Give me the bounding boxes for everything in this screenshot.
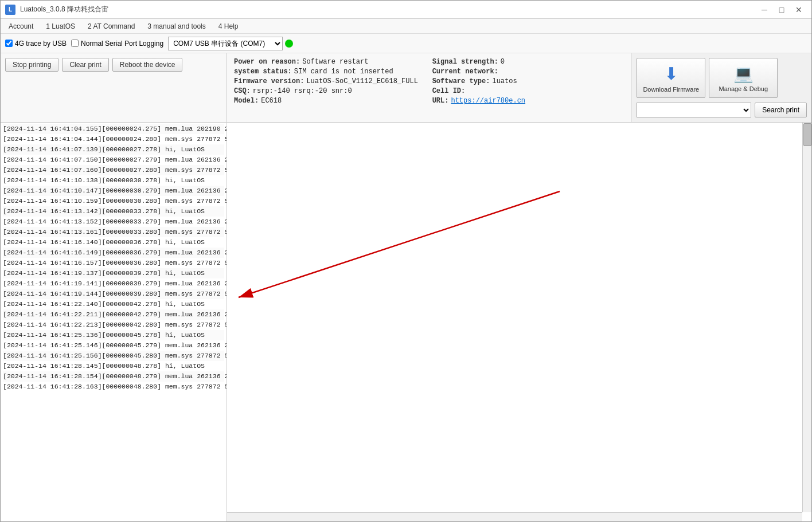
url-link[interactable]: https://air780e.cn <box>451 97 525 105</box>
left-log-panel[interactable]: [2024-11-14 16:41:04.155][000000024.275]… <box>1 123 227 521</box>
log-line: [2024-11-14 16:41:28.145][000000048.278]… <box>3 361 224 371</box>
serial-checkbox[interactable] <box>71 40 79 47</box>
content-area: Stop printing Clear print Reboot the dev… <box>1 53 811 521</box>
window-title: Luatools_3.0.8 降功耗找合宙 <box>20 5 108 14</box>
firmware-version-label: Firmware version: <box>234 77 304 85</box>
download-firmware-label: Download Firmware <box>643 86 699 93</box>
software-type-value: luatos <box>492 77 517 85</box>
action-buttons-row: Stop printing Clear print Reboot the dev… <box>5 58 222 72</box>
model-value: EC618 <box>261 97 282 105</box>
system-status-row: system status: SIM card is not inserted <box>234 68 427 76</box>
log-line: [2024-11-14 16:41:10.138][000000030.278]… <box>3 175 224 186</box>
model-row: Model: EC618 <box>234 97 427 105</box>
cell-id-row: Cell ID: <box>432 87 625 95</box>
log-line: [2024-11-14 16:41:16.140][000000036.278]… <box>3 237 224 248</box>
manage-debug-button[interactable]: 💻 Manage & Debug <box>709 58 778 98</box>
title-bar-left: L Luatools_3.0.8 降功耗找合宙 <box>5 5 108 15</box>
side-action-buttons: ⬇ Download Firmware 💻 Manage & Debug <box>631 53 811 122</box>
log-line: [2024-11-14 16:41:19.141][000000039.279]… <box>3 278 224 289</box>
log-line: [2024-11-14 16:41:16.157][000000036.280]… <box>3 258 224 268</box>
search-row: Search print <box>637 103 807 117</box>
log-line: [2024-11-14 16:41:04.155][000000024.275]… <box>3 124 224 134</box>
log-line: [2024-11-14 16:41:25.146][000000045.279]… <box>3 340 224 351</box>
maximize-button[interactable]: □ <box>774 3 790 16</box>
power-on-reason-row: Power on reason: Software restart <box>234 58 427 66</box>
com-port-select[interactable]: COM7 USB 串行设备 (COM7) <box>168 37 283 50</box>
log-line: [2024-11-14 16:41:25.136][000000045.278]… <box>3 330 224 340</box>
info-grid: Power on reason: Software restart Signal… <box>234 58 624 105</box>
log-line: [2024-11-14 16:41:10.159][000000030.280]… <box>3 196 224 206</box>
firmware-version-row: Firmware version: LuatOS-SoC_V1112_EC618… <box>234 77 427 85</box>
search-select[interactable] <box>637 103 751 117</box>
trace-checkbox-label[interactable]: 4G trace by USB <box>5 40 67 48</box>
software-type-row: Software type: luatos <box>432 77 625 85</box>
download-firmware-icon: ⬇ <box>664 64 678 84</box>
minimize-button[interactable]: ─ <box>756 3 772 16</box>
menu-account[interactable]: Account <box>3 21 39 32</box>
current-network-row: Current network: <box>432 68 625 76</box>
right-info-panel: Power on reason: Software restart Signal… <box>227 53 811 122</box>
search-print-button[interactable]: Search print <box>755 103 807 117</box>
stop-printing-button[interactable]: Stop printing <box>5 58 58 72</box>
close-button[interactable]: ✕ <box>791 3 807 16</box>
manage-debug-icon: 💻 <box>733 64 754 83</box>
main-window: L Luatools_3.0.8 降功耗找合宙 ─ □ ✕ Account 1 … <box>0 0 812 522</box>
connection-status-dot <box>285 40 293 48</box>
current-network-label: Current network: <box>432 68 498 76</box>
software-type-label: Software type: <box>432 77 490 85</box>
toolbar: 4G trace by USB Normal Serial Port Loggi… <box>1 34 811 53</box>
signal-strength-label: Signal strength: <box>432 58 498 66</box>
trace-checkbox[interactable] <box>5 40 13 47</box>
power-on-reason-label: Power on reason: <box>234 58 300 66</box>
system-status-label: system status: <box>234 68 292 76</box>
log-line: [2024-11-14 16:41:10.147][000000030.279]… <box>3 186 224 196</box>
url-row: URL: https://air780e.cn <box>432 97 625 105</box>
url-label: URL: <box>432 97 449 105</box>
serial-checkbox-label[interactable]: Normal Serial Port Logging <box>71 40 163 48</box>
reboot-device-button[interactable]: Reboot the device <box>112 58 183 72</box>
arrow-overlay <box>227 123 811 521</box>
log-line: [2024-11-14 16:41:22.211][000000042.279]… <box>3 309 224 320</box>
scrollbar-thumb[interactable] <box>803 123 811 146</box>
log-line: [2024-11-14 16:41:19.144][000000039.280]… <box>3 289 224 299</box>
right-scrollbar[interactable] <box>802 123 811 512</box>
log-line: [2024-11-14 16:41:22.140][000000042.278]… <box>3 299 224 309</box>
log-line: [2024-11-14 16:41:16.149][000000036.279]… <box>3 248 224 258</box>
signal-strength-value: 0 <box>501 58 505 66</box>
title-bar-controls: ─ □ ✕ <box>756 3 807 16</box>
left-button-panel: Stop printing Clear print Reboot the dev… <box>1 53 227 122</box>
log-line: [2024-11-14 16:41:04.144][000000024.280]… <box>3 134 224 144</box>
com-select-wrapper: COM7 USB 串行设备 (COM7) <box>168 37 293 50</box>
action-btn-group: ⬇ Download Firmware 💻 Manage & Debug <box>637 58 807 117</box>
bottom-scrollbar[interactable] <box>227 512 802 521</box>
log-line: [2024-11-14 16:41:13.142][000000033.278]… <box>3 206 224 217</box>
log-line: [2024-11-14 16:41:28.163][000000048.280]… <box>3 382 224 392</box>
top-section: Stop printing Clear print Reboot the dev… <box>1 53 811 123</box>
log-line: [2024-11-14 16:41:19.137][000000039.278]… <box>3 268 224 278</box>
menu-manual-tools[interactable]: 3 manual and tools <box>142 21 211 32</box>
manage-debug-label: Manage & Debug <box>719 85 768 92</box>
clear-print-button[interactable]: Clear print <box>62 58 108 72</box>
menu-luatos[interactable]: 1 LuatOS <box>40 21 81 32</box>
csq-value: rsrp:-140 rsrq:-20 snr:0 <box>253 87 352 95</box>
menu-help[interactable]: 4 Help <box>213 21 244 32</box>
title-bar: L Luatools_3.0.8 降功耗找合宙 ─ □ ✕ <box>1 1 811 19</box>
power-on-reason-value: Software restart <box>302 58 368 66</box>
device-info-section: Power on reason: Software restart Signal… <box>227 53 631 122</box>
csq-label: CSQ: <box>234 87 251 95</box>
signal-strength-row: Signal strength: 0 <box>432 58 625 66</box>
cell-id-label: Cell ID: <box>432 87 466 95</box>
log-line: [2024-11-14 16:41:07.139][000000027.278]… <box>3 144 224 155</box>
log-line: [2024-11-14 16:41:28.154][000000048.279]… <box>3 371 224 382</box>
system-status-value: SIM card is not inserted <box>294 68 393 76</box>
log-section: [2024-11-14 16:41:04.155][000000024.275]… <box>1 123 811 521</box>
log-line: [2024-11-14 16:41:13.152][000000033.279]… <box>3 217 224 227</box>
firmware-version-value: LuatOS-SoC_V1112_EC618_FULL <box>306 77 417 85</box>
log-line: [2024-11-14 16:41:25.156][000000045.280]… <box>3 351 224 361</box>
menu-at-command[interactable]: 2 AT Command <box>82 21 140 32</box>
firmware-debug-row: ⬇ Download Firmware 💻 Manage & Debug <box>637 58 807 98</box>
right-log-panel <box>227 123 811 521</box>
download-firmware-button[interactable]: ⬇ Download Firmware <box>637 58 705 98</box>
svg-line-1 <box>239 191 560 297</box>
log-line: [2024-11-14 16:41:13.161][000000033.280]… <box>3 227 224 237</box>
